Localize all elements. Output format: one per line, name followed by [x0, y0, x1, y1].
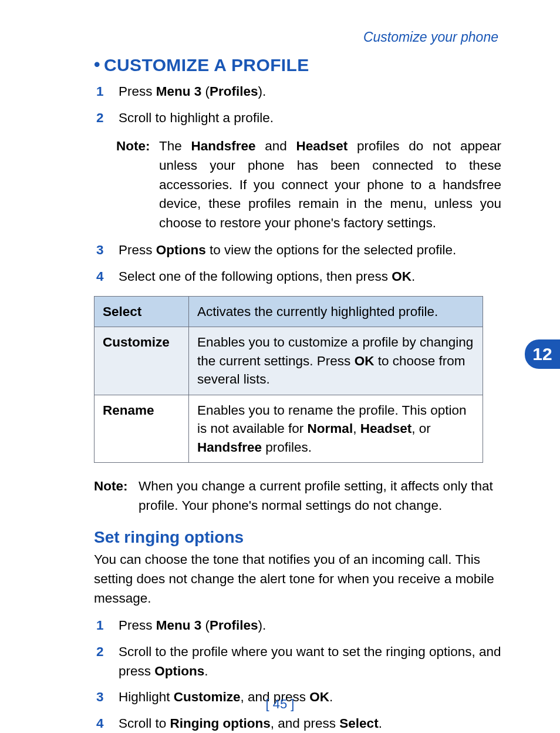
page-number: [ 45 ] — [0, 697, 560, 712]
steps-list-2: 1 Press Menu 3 (Profiles). 2 Scroll to t… — [94, 616, 501, 733]
running-header: Customize your phone — [94, 29, 501, 45]
note-body: When you change a current profile settin… — [139, 477, 501, 515]
option-desc: Enables you to rename the profile. This … — [189, 395, 483, 463]
note-body: The Handsfree and Headset profiles do no… — [159, 137, 501, 233]
subsection-heading: Set ringing options — [94, 528, 501, 547]
note-label: Note: — [116, 137, 159, 233]
option-desc: Enables you to customize a profile by ch… — [189, 327, 483, 395]
step-text: Press Options to view the options for th… — [119, 241, 501, 260]
step-number: 4 — [94, 714, 119, 733]
bullet-icon: • — [94, 55, 100, 74]
step-number: 1 — [94, 616, 119, 636]
table-row: Select Activates the currently highlight… — [95, 296, 483, 327]
option-name: Rename — [95, 395, 189, 463]
outer-note: Note: When you change a current profile … — [94, 477, 501, 515]
note-label: Note: — [94, 477, 139, 515]
options-table: Select Activates the currently highlight… — [94, 296, 483, 463]
steps-list-1b: 3 Press Options to view the options for … — [94, 241, 501, 286]
table-row: Rename Enables you to rename the profile… — [95, 395, 483, 463]
step-text: Scroll to highlight a profile. — [119, 109, 501, 128]
heading-text: CUSTOMIZE A PROFILE — [104, 55, 309, 75]
step-number: 1 — [94, 82, 119, 102]
inline-note: Note: The Handsfree and Headset profiles… — [116, 137, 501, 233]
step-number: 4 — [94, 267, 119, 287]
steps-list-1: 1 Press Menu 3 (Profiles). 2 Scroll to h… — [94, 82, 501, 127]
chapter-tab: 12 — [525, 339, 560, 369]
step-text: Scroll to the profile where you want to … — [119, 643, 501, 681]
option-name: Customize — [95, 327, 189, 395]
table-row: Customize Enables you to customize a pro… — [95, 327, 483, 395]
section-heading: •CUSTOMIZE A PROFILE — [94, 55, 501, 75]
step-number: 3 — [94, 241, 119, 260]
step-text: Scroll to Ringing options, and press Sel… — [119, 714, 501, 733]
step-number: 2 — [94, 643, 119, 681]
step-text: Press Menu 3 (Profiles). — [119, 616, 501, 636]
step-number: 2 — [94, 109, 119, 128]
paragraph: You can choose the tone that notifies yo… — [94, 550, 501, 608]
option-desc: Activates the currently highlighted prof… — [189, 296, 483, 327]
step-text: Press Menu 3 (Profiles). — [119, 82, 501, 102]
step-text: Select one of the following options, the… — [119, 267, 501, 287]
option-name: Select — [95, 296, 189, 327]
